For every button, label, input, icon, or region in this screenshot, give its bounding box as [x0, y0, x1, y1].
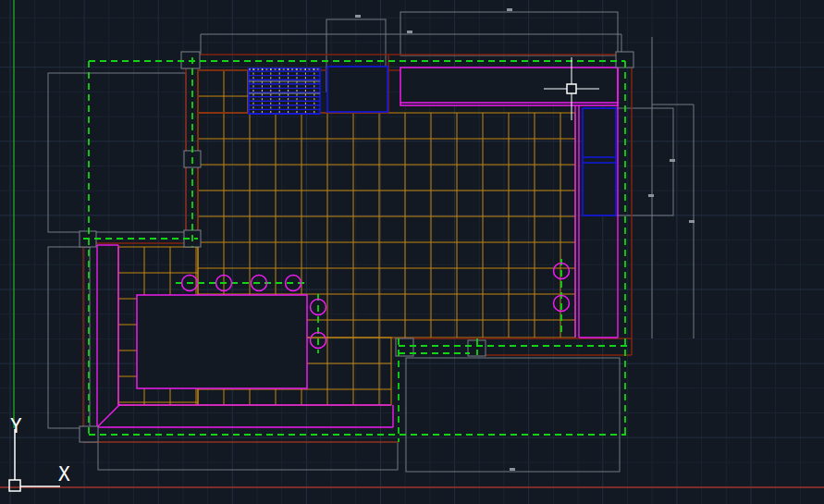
appliance-box[interactable]: [583, 108, 616, 215]
counter-island-outline[interactable]: [137, 295, 307, 388]
crosshair-pickbox: [567, 84, 576, 93]
dimension-text-mark: [670, 159, 675, 162]
construction-box[interactable]: [48, 73, 186, 232]
dimension-text-mark: [407, 31, 412, 33]
construction-box[interactable]: [98, 442, 398, 470]
counter-island-outline[interactable]: [400, 68, 618, 105]
cad-viewport[interactable]: Y X: [0, 0, 824, 504]
dimension-text-mark: [510, 468, 515, 471]
dimension-text-mark: [689, 220, 695, 223]
ucs-origin-box: [9, 480, 20, 491]
construction-box[interactable]: [614, 108, 673, 215]
wall-junction-box[interactable]: [181, 52, 200, 68]
dimension-text-mark: [648, 194, 654, 197]
cad-canvas[interactable]: [0, 0, 824, 504]
ucs-y-label: Y: [10, 417, 22, 436]
dimension-text-mark: [507, 8, 512, 11]
appliance-box[interactable]: [327, 67, 387, 112]
ucs-x-label: X: [58, 465, 70, 485]
dimension-text-mark: [355, 15, 361, 18]
construction-box[interactable]: [406, 358, 620, 472]
